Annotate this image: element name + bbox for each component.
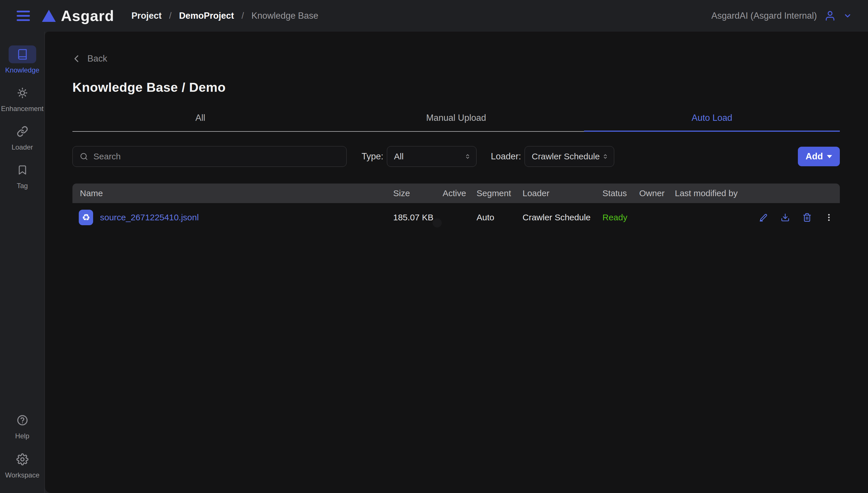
sidebar-item-label: Tag: [17, 182, 28, 190]
file-name-link[interactable]: source_2671225410.jsonl: [100, 213, 199, 222]
breadcrumb-separator: /: [169, 10, 172, 21]
tab-manual-upload[interactable]: Manual Upload: [328, 113, 584, 132]
sidebar-item-label: Enhancement: [1, 105, 43, 113]
sun-icon: [16, 87, 28, 99]
logo-triangle-icon: [42, 10, 56, 22]
tab-bar: All Manual Upload Auto Load: [72, 113, 840, 132]
top-header: Asgard Project / DemoProject / Knowledge…: [0, 0, 868, 31]
add-button-label: Add: [806, 151, 823, 162]
sidebar: Knowledge Enhancement Loader Tag: [0, 31, 45, 493]
add-button[interactable]: Add: [798, 147, 840, 166]
type-select[interactable]: All: [387, 146, 477, 167]
tab-all[interactable]: All: [72, 113, 328, 132]
select-updown-icon: [464, 153, 471, 160]
chevron-left-icon: [72, 55, 81, 63]
app-root: Asgard Project / DemoProject / Knowledge…: [0, 0, 868, 493]
table-header-row: Name Size Active Segment Loader Status O…: [72, 184, 840, 203]
sidebar-bottom-group: Help Workspace: [0, 411, 45, 479]
search-input[interactable]: [93, 152, 339, 162]
column-header-segment: Segment: [477, 188, 523, 198]
user-icon[interactable]: [824, 10, 836, 22]
loader-select-value: Crawler Schedule: [532, 152, 600, 162]
bookmark-icon: [17, 165, 28, 175]
row-actions: [748, 213, 840, 222]
table-row: ♻ source_2671225410.jsonl 185.07 KB Auto…: [72, 203, 840, 232]
edit-pencil-icon: [759, 213, 768, 222]
select-updown-icon: [602, 153, 609, 160]
column-header-active: Active: [442, 188, 477, 198]
more-actions-button[interactable]: [824, 213, 833, 222]
loader-value: Crawler Schedule: [523, 213, 602, 222]
account-name: AsgardAI (Asgard Internal): [711, 10, 817, 21]
link-icon: [17, 126, 28, 137]
status-badge: Ready: [602, 213, 639, 222]
column-header-last-modified-by: Last modified by: [675, 188, 748, 198]
file-type-icon: ♻: [79, 210, 93, 225]
back-button[interactable]: Back: [72, 53, 107, 64]
edit-button[interactable]: [759, 213, 768, 222]
account-area: AsgardAI (Asgard Internal): [711, 10, 852, 22]
sidebar-item-label: Workspace: [5, 471, 40, 479]
sidebar-item-knowledge[interactable]: Knowledge: [0, 45, 45, 74]
breadcrumb-project[interactable]: Project: [131, 10, 162, 21]
search-box[interactable]: [72, 146, 347, 167]
chevron-down-icon[interactable]: [843, 12, 852, 20]
column-header-size: Size: [393, 188, 442, 198]
sidebar-item-tag[interactable]: Tag: [0, 161, 45, 190]
sidebar-item-workspace[interactable]: Workspace: [0, 450, 45, 479]
sidebar-item-enhancement[interactable]: Enhancement: [0, 84, 45, 113]
hamburger-menu-icon[interactable]: [17, 10, 30, 21]
column-header-status: Status: [602, 188, 639, 198]
sidebar-item-label: Loader: [12, 143, 33, 151]
sources-table: Name Size Active Segment Loader Status O…: [72, 184, 840, 232]
logo-text: Asgard: [61, 7, 114, 24]
download-button[interactable]: [781, 213, 790, 222]
type-select-value: All: [394, 152, 404, 162]
sidebar-item-help[interactable]: Help: [0, 411, 45, 440]
trash-icon: [802, 213, 812, 222]
sidebar-item-loader[interactable]: Loader: [0, 123, 45, 151]
page-title: Knowledge Base / Demo: [72, 80, 840, 95]
tab-auto-load[interactable]: Auto Load: [584, 113, 840, 132]
segment-value: Auto: [477, 213, 523, 222]
delete-button[interactable]: [802, 213, 812, 222]
question-circle-icon: [16, 414, 28, 426]
column-header-loader: Loader: [523, 188, 602, 198]
sidebar-item-label: Knowledge: [5, 66, 39, 74]
column-header-name: Name: [72, 188, 393, 198]
main-content: Back Knowledge Base / Demo All Manual Up…: [45, 31, 868, 493]
download-icon: [781, 213, 790, 222]
gear-icon: [16, 453, 28, 465]
breadcrumb-demo-project[interactable]: DemoProject: [179, 10, 234, 21]
kebab-menu-icon: [824, 213, 833, 222]
breadcrumb-knowledge-base[interactable]: Knowledge Base: [251, 10, 318, 21]
breadcrumb: Project / DemoProject / Knowledge Base: [131, 10, 318, 21]
file-name-cell: ♻ source_2671225410.jsonl: [72, 210, 393, 225]
breadcrumb-separator: /: [242, 10, 244, 21]
filter-bar: Type: All Loader: Crawler Schedule Add: [72, 146, 840, 167]
toggle-knob: [433, 218, 442, 228]
type-filter-label: Type:: [362, 151, 383, 162]
loader-filter-label: Loader:: [491, 151, 521, 162]
search-icon: [79, 152, 88, 161]
book-icon: [17, 49, 28, 60]
app-logo[interactable]: Asgard: [42, 7, 114, 24]
caret-down-icon: [827, 155, 832, 158]
loader-select[interactable]: Crawler Schedule: [525, 146, 614, 167]
column-header-owner: Owner: [639, 188, 675, 198]
back-label: Back: [87, 53, 107, 64]
sidebar-item-label: Help: [15, 432, 29, 440]
